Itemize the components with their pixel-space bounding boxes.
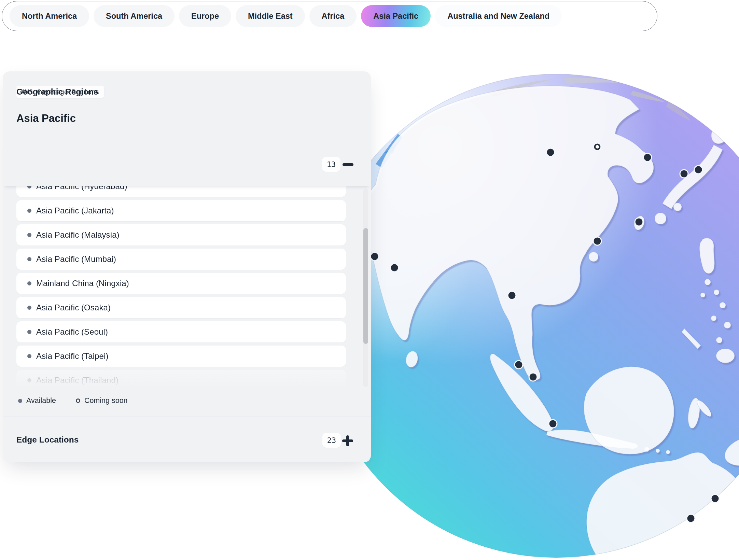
available-dot-icon xyxy=(27,209,31,213)
map-marker-coming-soon[interactable] xyxy=(593,143,602,151)
scrollbar-thumb[interactable] xyxy=(363,228,368,344)
map-marker-available[interactable] xyxy=(390,263,399,272)
region-tabs: North AmericaSouth AmericaEuropeMiddle E… xyxy=(2,1,657,31)
page: North AmericaSouth AmericaEuropeMiddle E… xyxy=(0,0,739,560)
map-marker-available[interactable] xyxy=(507,291,517,300)
edge-locations-label: Edge Locations xyxy=(16,435,79,445)
region-name: Asia Pacific (Thailand) xyxy=(36,376,118,385)
region-list: Asia Pacific (Hyderabad)Asia Pacific (Ja… xyxy=(16,186,346,390)
status-legend: Available Coming soon xyxy=(3,390,371,417)
available-dot-icon xyxy=(27,281,31,285)
tab-africa[interactable]: Africa xyxy=(309,5,357,27)
available-dot-icon xyxy=(27,378,31,382)
available-dot-icon xyxy=(27,306,31,310)
region-list-item[interactable]: Asia Pacific (Mumbai) xyxy=(16,249,346,270)
legend-available-label: Available xyxy=(26,396,56,405)
map-marker-available[interactable] xyxy=(694,165,703,174)
geographic-regions-header xyxy=(3,143,371,186)
map-marker-available[interactable] xyxy=(548,419,558,429)
expand-plus-icon[interactable] xyxy=(342,435,353,446)
tab-south-america[interactable]: South America xyxy=(94,5,175,27)
tab-australia-and-new-zealand[interactable]: Australia and New Zealand xyxy=(435,5,562,27)
region-list-item[interactable]: Mainland China (Ningxia) xyxy=(16,273,346,294)
map-marker-available[interactable] xyxy=(680,169,689,179)
coverage-panel: AWS Coverage Regions Asia Pacific Geogra… xyxy=(3,71,371,462)
region-name: Asia Pacific (Hyderabad) xyxy=(36,186,127,191)
region-name: Asia Pacific (Malaysia) xyxy=(36,230,120,240)
region-name: Asia Pacific (Seoul) xyxy=(36,327,108,337)
page-title: Asia Pacific xyxy=(16,112,76,125)
map-marker-available[interactable] xyxy=(529,373,538,382)
tab-europe[interactable]: Europe xyxy=(179,5,231,27)
region-name: Asia Pacific (Osaka) xyxy=(36,303,111,312)
hainan xyxy=(589,252,598,262)
tab-north-america[interactable]: North America xyxy=(10,5,89,27)
map-marker-available[interactable] xyxy=(370,252,379,261)
edge-locations-count: 23 xyxy=(322,433,341,448)
region-list-viewport: Asia Pacific (Hyderabad)Asia Pacific (Ja… xyxy=(3,186,371,390)
coming-soon-ring-icon xyxy=(76,398,80,403)
region-list-item[interactable]: Asia Pacific (Jakarta) xyxy=(16,200,346,221)
region-name: Asia Pacific (Taipei) xyxy=(36,351,109,361)
map-marker-available[interactable] xyxy=(711,494,720,503)
available-dot-icon xyxy=(27,186,31,188)
available-dot-icon xyxy=(18,399,22,403)
borneo xyxy=(584,367,674,454)
kyushu xyxy=(655,213,666,224)
tab-middle-east[interactable]: Middle East xyxy=(236,5,305,27)
legend-coming-soon-label: Coming soon xyxy=(84,396,128,405)
shikoku xyxy=(673,203,682,211)
map-marker-available[interactable] xyxy=(593,237,602,246)
region-list-item[interactable]: Asia Pacific (Thailand) xyxy=(16,370,346,390)
available-dot-icon xyxy=(27,233,31,237)
geographic-regions-label: Geographic Regions xyxy=(16,87,98,97)
region-list-item[interactable]: Asia Pacific (Malaysia) xyxy=(16,224,346,246)
region-list-item[interactable]: Asia Pacific (Taipei) xyxy=(16,346,346,367)
map-marker-available[interactable] xyxy=(546,148,555,157)
region-list-item[interactable]: Asia Pacific (Osaka) xyxy=(16,297,346,318)
available-dot-icon xyxy=(27,354,31,358)
region-list-item[interactable]: Asia Pacific (Seoul) xyxy=(16,321,346,342)
region-list-item[interactable]: Asia Pacific (Hyderabad) xyxy=(16,186,346,197)
region-name: Asia Pacific (Jakarta) xyxy=(36,206,114,215)
map-marker-available[interactable] xyxy=(643,153,652,162)
available-dot-icon xyxy=(27,330,31,334)
map-marker-available[interactable] xyxy=(514,360,524,369)
available-dot-icon xyxy=(27,257,31,261)
geographic-regions-count: 13 xyxy=(322,157,340,172)
map-marker-available[interactable] xyxy=(635,218,644,227)
map-marker-available[interactable] xyxy=(686,514,696,523)
tab-asia-pacific[interactable]: Asia Pacific xyxy=(361,5,431,27)
collapse-minus-icon[interactable] xyxy=(343,163,353,166)
mindanao xyxy=(716,349,735,363)
region-name: Mainland China (Ningxia) xyxy=(36,279,129,288)
region-name: Asia Pacific (Mumbai) xyxy=(36,254,116,264)
